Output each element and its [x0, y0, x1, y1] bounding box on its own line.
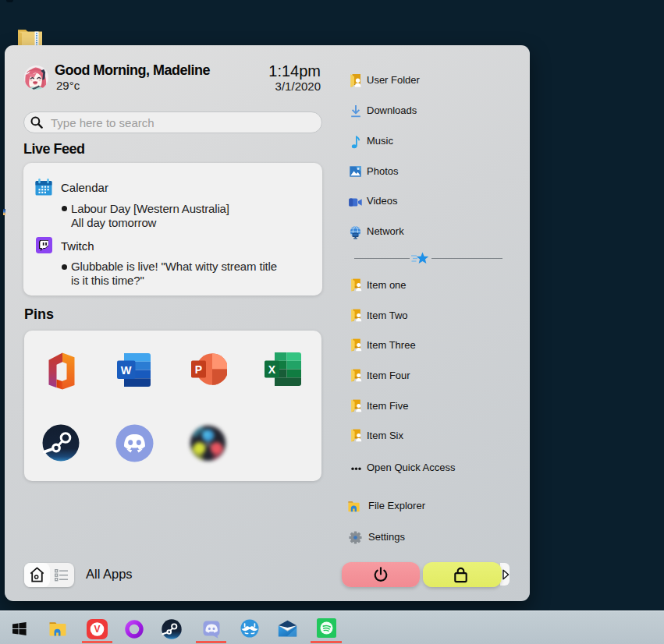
svg-text:P: P: [195, 363, 202, 376]
svg-text:V: V: [94, 624, 100, 635]
svg-text:W: W: [121, 364, 132, 377]
svg-text:X: X: [268, 363, 276, 376]
